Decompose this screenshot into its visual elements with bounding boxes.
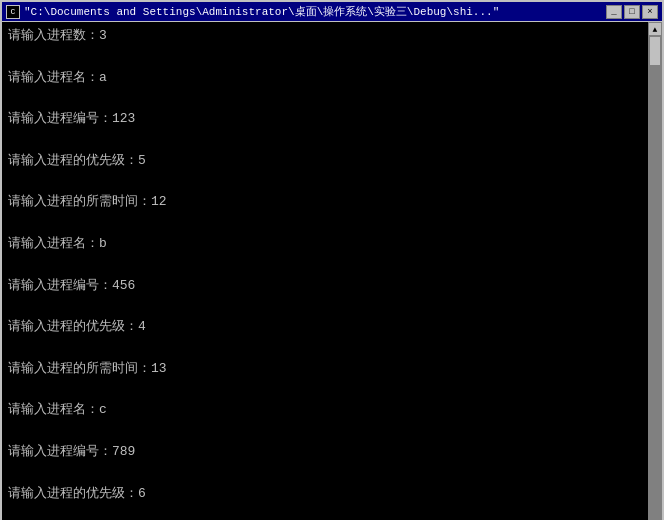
line-7: 请输入进程编号：456 — [8, 276, 642, 297]
line-blank-10 — [8, 421, 642, 442]
line-blank-1 — [8, 47, 642, 68]
scrollbar-thumb[interactable] — [649, 36, 661, 66]
title-buttons: _ □ × — [606, 5, 658, 19]
maximize-button[interactable]: □ — [624, 5, 640, 19]
line-2: 请输入进程名：a — [8, 68, 642, 89]
line-blank-3 — [8, 130, 642, 151]
line-3: 请输入进程编号：123 — [8, 109, 642, 130]
line-blank-4 — [8, 172, 642, 193]
line-blank-9 — [8, 380, 642, 401]
line-1: 请输入进程数：3 — [8, 26, 642, 47]
console-content: 请输入进程数：3 请输入进程名：a 请输入进程编号：123 请输入进程的优先级：… — [8, 26, 642, 520]
line-10: 请输入进程名：c — [8, 400, 642, 421]
line-blank-8 — [8, 338, 642, 359]
close-button[interactable]: × — [642, 5, 658, 19]
line-8: 请输入进程的优先级：4 — [8, 317, 642, 338]
minimize-button[interactable]: _ — [606, 5, 622, 19]
line-12: 请输入进程的优先级：6 — [8, 484, 642, 505]
window-icon: C — [6, 5, 20, 19]
line-blank-2 — [8, 88, 642, 109]
window-title: "C:\Documents and Settings\Administrator… — [24, 4, 499, 19]
scrollbar[interactable]: ▲ ▼ — [648, 22, 662, 520]
main-window: C "C:\Documents and Settings\Administrat… — [0, 0, 664, 520]
line-9: 请输入进程的所需时间：13 — [8, 359, 642, 380]
console-body: 请输入进程数：3 请输入进程名：a 请输入进程编号：123 请输入进程的优先级：… — [2, 22, 648, 520]
line-blank-6 — [8, 255, 642, 276]
line-blank-7 — [8, 296, 642, 317]
scrollbar-track — [648, 36, 662, 520]
line-blank-5 — [8, 213, 642, 234]
title-bar-left: C "C:\Documents and Settings\Administrat… — [6, 4, 499, 19]
line-11: 请输入进程编号：789 — [8, 442, 642, 463]
line-5: 请输入进程的所需时间：12 — [8, 192, 642, 213]
title-bar: C "C:\Documents and Settings\Administrat… — [2, 2, 662, 22]
line-blank-11 — [8, 463, 642, 484]
line-4: 请输入进程的优先级：5 — [8, 151, 642, 172]
line-6: 请输入进程名：b — [8, 234, 642, 255]
line-blank-12 — [8, 504, 642, 520]
scrollbar-up-button[interactable]: ▲ — [648, 22, 662, 36]
